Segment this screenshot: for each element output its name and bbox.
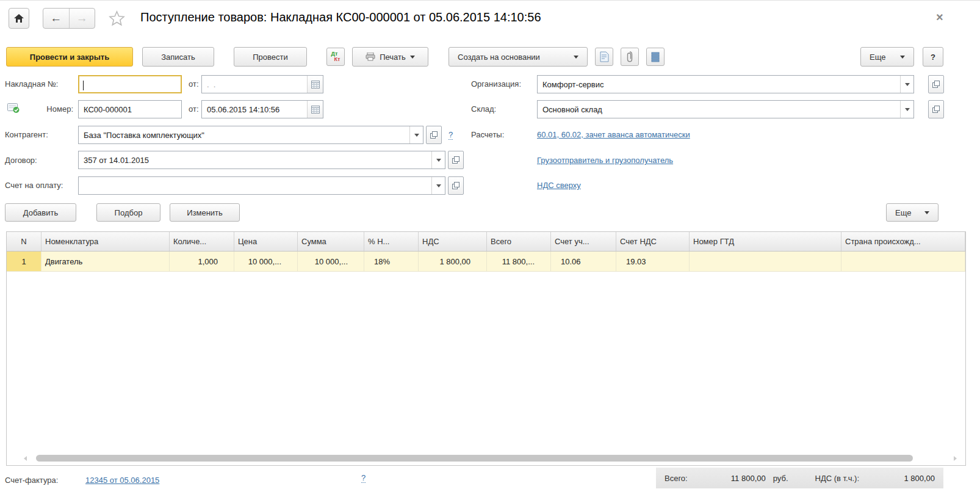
column-header[interactable]: Всего: [487, 232, 551, 251]
table-cell[interactable]: 1 800,00: [419, 252, 487, 271]
contract-input[interactable]: [79, 151, 431, 168]
chevron-down-icon: [905, 83, 910, 86]
contract-open-button[interactable]: [448, 151, 464, 169]
organization-field[interactable]: [537, 75, 914, 93]
date-field[interactable]: [201, 100, 323, 118]
table-cell[interactable]: 10 000,...: [234, 252, 298, 271]
number-field[interactable]: [78, 100, 182, 118]
add-row-button[interactable]: Добавить: [5, 203, 76, 222]
scroll-right-icon[interactable]: [954, 456, 957, 461]
payment-invoice-open-button[interactable]: [448, 176, 464, 195]
save-button[interactable]: Записать: [142, 47, 214, 67]
counterparty-input[interactable]: [79, 126, 409, 143]
dr-cr-postings-button[interactable]: ДтКт: [326, 48, 345, 66]
edit-button[interactable]: Изменить: [170, 203, 240, 222]
column-header[interactable]: Количе...: [170, 232, 234, 251]
scrollbar-thumb[interactable]: [36, 455, 913, 462]
table-cell[interactable]: [690, 252, 841, 271]
horizontal-scrollbar[interactable]: [15, 454, 957, 462]
number-input[interactable]: [79, 101, 181, 118]
more-button-items[interactable]: Еще: [886, 203, 939, 222]
calendar-icon: [311, 106, 320, 114]
forward-button[interactable]: →: [70, 9, 95, 28]
back-icon: ←: [50, 12, 62, 25]
post-and-close-button[interactable]: Провести и закрыть: [6, 47, 133, 67]
printer-icon: [366, 53, 375, 61]
table-cell[interactable]: 1: [7, 252, 41, 271]
calendar-button[interactable]: [307, 101, 323, 118]
post-button[interactable]: Провести: [234, 47, 307, 67]
column-header[interactable]: Страна происхожд...: [841, 232, 965, 251]
table-cell[interactable]: 10.06: [551, 252, 616, 271]
pick-label: Подбор: [115, 208, 143, 217]
invoice-date-input[interactable]: [202, 76, 307, 93]
favorite-star-button[interactable]: [109, 10, 125, 26]
create-based-on-label: Создать на основании: [458, 53, 540, 62]
payment-invoice-input[interactable]: [79, 177, 431, 194]
calendar-button[interactable]: [307, 76, 323, 93]
structure-button[interactable]: [646, 48, 665, 66]
more-button-top[interactable]: Еще: [860, 47, 914, 67]
invoice-footer-link[interactable]: 12345 от 05.06.2015: [85, 476, 159, 485]
organization-label: Организация:: [471, 79, 521, 89]
table-cell[interactable]: 11 800,...: [487, 252, 551, 271]
warehouse-field[interactable]: [537, 100, 914, 118]
dropdown-button[interactable]: [409, 126, 423, 143]
chevron-down-icon: [900, 56, 905, 59]
open-link-icon: [932, 106, 940, 113]
create-based-on-button[interactable]: Создать на основании: [449, 47, 588, 67]
warehouse-label: Склад:: [471, 104, 496, 114]
print-label: Печать: [380, 53, 406, 62]
dropdown-button[interactable]: [431, 151, 445, 168]
dropdown-button[interactable]: [900, 101, 913, 118]
consignor-link[interactable]: Грузоотправитель и грузополучатель: [537, 156, 673, 165]
table-cell[interactable]: [841, 252, 965, 271]
scroll-left-icon[interactable]: [24, 456, 27, 461]
settlements-link[interactable]: 60.01, 60.02, зачет аванса автоматически: [537, 130, 690, 139]
warehouse-open-button[interactable]: [928, 100, 944, 118]
invoice-no-field[interactable]: [78, 75, 182, 93]
counterparty-field[interactable]: [78, 126, 423, 144]
column-header[interactable]: НДС: [419, 232, 487, 251]
vat-mode-link[interactable]: НДС сверху: [537, 181, 581, 190]
number-label: Номер:: [5, 104, 73, 114]
organization-open-button[interactable]: [928, 75, 944, 93]
column-header[interactable]: Сумма: [298, 232, 364, 251]
table-cell[interactable]: 1,000: [170, 252, 234, 271]
column-header[interactable]: Цена: [234, 232, 298, 251]
invoice-no-input[interactable]: [84, 76, 181, 92]
counterparty-help-link[interactable]: ?: [449, 130, 453, 140]
payment-invoice-field[interactable]: [78, 176, 445, 195]
pick-button[interactable]: Подбор: [96, 203, 160, 222]
print-button[interactable]: Печать: [352, 47, 428, 67]
attachments-button[interactable]: [621, 48, 639, 66]
dropdown-button[interactable]: [900, 76, 913, 93]
reports-button[interactable]: [595, 48, 613, 66]
warehouse-input[interactable]: [538, 101, 900, 118]
more-label: Еще: [870, 53, 885, 62]
column-header[interactable]: Номер ГТД: [690, 232, 841, 251]
column-header[interactable]: % Н...: [364, 232, 419, 251]
date-input[interactable]: [202, 101, 307, 118]
table-cell[interactable]: Двигатель: [41, 252, 170, 271]
column-header[interactable]: N: [7, 232, 41, 251]
column-header[interactable]: Счет НДС: [616, 232, 690, 251]
column-header[interactable]: Счет уч...: [551, 232, 616, 251]
table-row[interactable]: 1Двигатель1,00010 000,...10 000,...18%1 …: [7, 252, 965, 272]
table-cell[interactable]: 10 000,...: [298, 252, 364, 271]
help-button[interactable]: ?: [923, 47, 943, 67]
column-header[interactable]: Номенклатура: [41, 232, 170, 251]
contract-field[interactable]: [78, 151, 445, 169]
forward-icon: →: [76, 12, 88, 25]
invoice-no-label: Накладная №:: [5, 79, 58, 89]
table-cell[interactable]: 19.03: [616, 252, 690, 271]
dropdown-button[interactable]: [431, 177, 445, 194]
invoice-date-field[interactable]: [201, 75, 323, 93]
table-cell[interactable]: 18%: [364, 252, 419, 271]
organization-input[interactable]: [538, 76, 900, 93]
footer-help-link[interactable]: ?: [361, 473, 366, 483]
back-button[interactable]: ←: [43, 9, 70, 28]
home-button[interactable]: [9, 8, 29, 29]
counterparty-open-button[interactable]: [426, 126, 442, 144]
close-icon[interactable]: ×: [936, 10, 943, 24]
